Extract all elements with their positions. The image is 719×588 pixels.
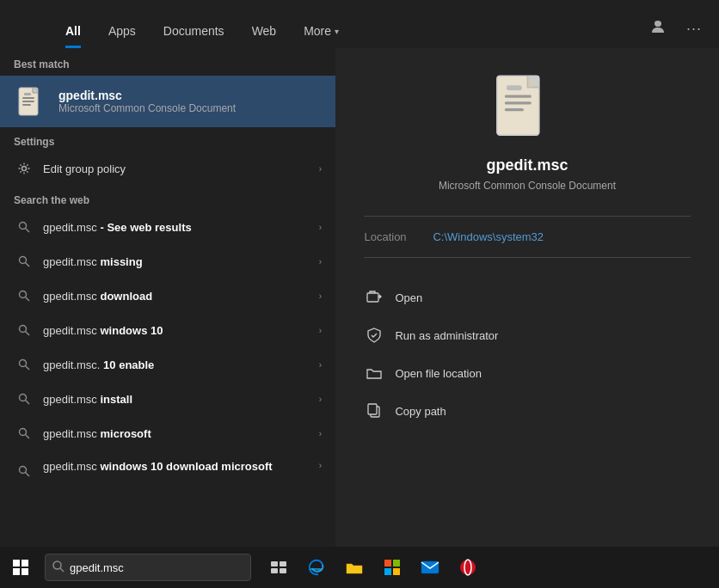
settings-item-group-policy[interactable]: Edit group policy › <box>0 151 335 186</box>
svg-rect-38 <box>384 560 391 567</box>
svg-rect-37 <box>347 567 362 573</box>
web-item-text-7: gpedit.msc windows 10 download microsoft <box>43 459 310 475</box>
svg-point-17 <box>20 395 27 401</box>
svg-line-32 <box>60 568 64 572</box>
action-run-admin[interactable]: Run as administrator <box>364 316 690 354</box>
microsoft-store-button[interactable] <box>375 547 409 588</box>
open-icon <box>364 287 384 308</box>
taskbar-search-input[interactable] <box>70 561 224 574</box>
taskbar-app-icons <box>261 547 485 588</box>
svg-rect-30 <box>368 404 377 414</box>
web-item-text-3: gpedit.msc windows 10 <box>43 324 310 337</box>
svg-rect-34 <box>280 561 286 567</box>
svg-line-12 <box>26 297 30 302</box>
web-item-5[interactable]: gpedit.msc install › <box>0 382 335 416</box>
tab-web[interactable]: Web <box>238 17 291 48</box>
svg-rect-24 <box>505 95 532 97</box>
svg-rect-28 <box>367 293 378 302</box>
svg-rect-33 <box>271 561 278 567</box>
tab-all[interactable]: All <box>52 17 95 48</box>
edge-browser-button[interactable] <box>299 547 334 588</box>
location-value[interactable]: C:\Windows\system32 <box>433 230 544 243</box>
svg-rect-26 <box>505 108 524 111</box>
more-options-icon[interactable]: ··· <box>683 16 705 41</box>
profile-icon[interactable] <box>647 15 669 41</box>
search-tabs: All Apps Documents Web More ▾ ··· <box>0 0 719 48</box>
tab-more[interactable]: More ▾ <box>290 17 353 48</box>
copy-icon <box>364 401 384 421</box>
svg-point-7 <box>20 223 27 230</box>
location-row: Location C:\Windows\system32 <box>364 230 690 243</box>
search-icon-1 <box>14 251 34 272</box>
tab-apps[interactable]: Apps <box>95 17 150 48</box>
file-title: gpedit.msc <box>486 156 568 175</box>
svg-point-11 <box>20 291 27 298</box>
settings-label: Settings <box>0 127 335 151</box>
taskbar-search-bar[interactable] <box>45 554 251 581</box>
best-match-file-icon <box>14 84 48 119</box>
svg-point-6 <box>22 167 27 171</box>
web-item-text-5: gpedit.msc install <box>43 393 310 406</box>
web-item-1[interactable]: gpedit.msc missing › <box>0 244 335 279</box>
svg-rect-41 <box>393 568 400 575</box>
svg-rect-35 <box>271 568 278 573</box>
opera-browser-button[interactable] <box>451 547 485 588</box>
search-content: Best match gpedit.msc Microsoft <box>0 48 719 547</box>
separator <box>364 216 690 217</box>
file-icon-large <box>493 74 562 143</box>
search-icon-6 <box>14 423 34 444</box>
search-icon-2 <box>14 285 34 306</box>
action-open-label: Open <box>395 291 422 304</box>
separator-2 <box>364 257 690 258</box>
web-item-text-2: gpedit.msc download <box>43 290 310 303</box>
search-magnifier-icon <box>52 560 65 575</box>
svg-rect-25 <box>505 101 532 104</box>
svg-rect-42 <box>421 561 439 573</box>
svg-point-13 <box>20 326 27 333</box>
task-view-button[interactable] <box>261 547 296 588</box>
svg-line-10 <box>26 263 30 267</box>
web-item-0[interactable]: gpedit.msc - See web results › <box>0 210 335 244</box>
svg-line-16 <box>26 366 30 371</box>
taskbar <box>0 547 719 588</box>
svg-point-15 <box>20 360 27 367</box>
file-subtitle: Microsoft Common Console Document <box>439 180 616 192</box>
best-match-text: gpedit.msc Microsoft Common Console Docu… <box>58 89 236 114</box>
svg-line-22 <box>26 473 30 477</box>
svg-line-20 <box>26 435 30 439</box>
action-open[interactable]: Open <box>364 279 690 316</box>
left-panel: Best match gpedit.msc Microsoft <box>0 48 335 547</box>
chevron-down-icon: ▾ <box>335 27 339 36</box>
web-item-4[interactable]: gpedit.msc. 10 enable › <box>0 347 335 382</box>
search-icon-5 <box>14 389 34 409</box>
chevron-right-icon-w3: › <box>319 326 322 335</box>
search-icon-0 <box>14 217 34 237</box>
web-item-3[interactable]: gpedit.msc windows 10 › <box>0 313 335 347</box>
web-item-text-1: gpedit.msc missing <box>43 255 310 268</box>
gear-settings-icon <box>14 158 34 179</box>
web-item-2[interactable]: gpedit.msc download › <box>0 279 335 313</box>
start-menu: All Apps Documents Web More ▾ ··· Best m… <box>0 0 719 547</box>
right-panel: gpedit.msc Microsoft Common Console Docu… <box>335 48 719 547</box>
chevron-right-icon-w1: › <box>319 257 322 266</box>
svg-line-18 <box>26 401 30 405</box>
mail-button[interactable] <box>413 547 447 588</box>
action-copy-path[interactable]: Copy path <box>364 392 690 430</box>
best-match-item[interactable]: gpedit.msc Microsoft Common Console Docu… <box>0 76 335 127</box>
svg-rect-2 <box>22 97 34 99</box>
web-item-6[interactable]: gpedit.msc microsoft › <box>0 416 335 450</box>
file-explorer-button[interactable] <box>337 547 372 588</box>
svg-rect-3 <box>22 101 34 102</box>
search-icon-4 <box>14 354 34 375</box>
folder-icon <box>364 363 384 383</box>
web-item-7[interactable]: gpedit.msc windows 10 download microsoft… <box>0 450 335 488</box>
action-open-location[interactable]: Open file location <box>364 354 690 392</box>
tab-documents[interactable]: Documents <box>150 17 238 48</box>
svg-rect-39 <box>393 560 400 567</box>
start-button[interactable] <box>0 547 41 588</box>
svg-rect-5 <box>24 93 31 95</box>
chevron-right-icon-w4: › <box>319 360 322 370</box>
windows-icon <box>13 560 28 575</box>
chevron-right-icon-w7: › <box>319 461 322 470</box>
web-search-label: Search the web <box>0 186 335 210</box>
